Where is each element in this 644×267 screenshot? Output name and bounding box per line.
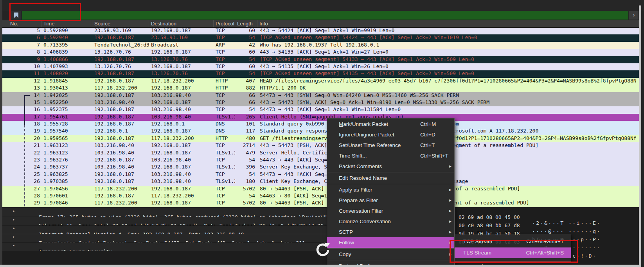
packet-row[interactable]: 16 1.952375 192.168.0.187 103.216.98.40 … <box>2 106 639 113</box>
packet-protocol: TCP <box>214 27 235 34</box>
packet-length: 479 <box>235 150 257 157</box>
context-menu-item[interactable]: Set/Unset Time Reference Ctrl+T ▸ <box>327 140 454 151</box>
packet-length: 265 <box>235 114 257 121</box>
packet-row[interactable]: 13 1.930413 117.18.232.200 192.168.0.187… <box>2 85 639 92</box>
hex-row[interactable]: 02 69 ad 08 00 45 00 ·2·&···T ··i···E· <box>454 208 639 217</box>
packet-source: 117.18.232.200 <box>92 85 149 92</box>
packet-list: 5 0.592890 23.58.93.169 192.168.0.187 TC… <box>2 27 639 207</box>
packet-length: 66 <box>235 92 257 99</box>
window-edge-right <box>639 5 641 267</box>
expand-arrow-icon[interactable]: ▸ <box>13 217 15 222</box>
column-header-destination[interactable]: Destination <box>149 20 214 27</box>
column-header-info[interactable]: Info <box>257 20 639 27</box>
context-menu-item[interactable]: Mark/Unmark Packet Ctrl+M ▸ <box>327 119 454 129</box>
filter-apply-button[interactable]: › <box>629 11 639 20</box>
packet-row[interactable]: 14 1.942025 192.168.0.187 103.216.98.40 … <box>2 92 639 99</box>
packet-source: 192.168.0.187 <box>92 157 149 164</box>
context-menu-item[interactable]: Copy ▸ <box>327 249 454 260</box>
packet-protocol: TCP <box>214 186 235 193</box>
packet-info: 443 → 54133 [ACK] Seq=1 Ack=1 Win=27 Len… <box>257 49 639 56</box>
packet-number: 25 <box>2 171 41 178</box>
packet-row[interactable]: 28 1.970601 192.168.0.187 117.18.232.200… <box>2 193 639 200</box>
submenu-arrow-icon: ▸ <box>449 206 452 216</box>
packet-length: 54 <box>235 193 257 200</box>
expand-arrow-icon[interactable]: ▸ <box>13 234 15 239</box>
context-menu-item[interactable]: Edit Resolved Name ▸ <box>327 173 454 183</box>
packet-info: 443 → 54135 [ACK] Seq=1 Ack=1 Win=26 Len… <box>257 63 639 70</box>
column-header-time[interactable]: Time <box>41 20 92 27</box>
context-menu-item[interactable]: Ignore/Unignore Packet Ctrl+D ▸ <box>327 129 454 140</box>
packet-source: 192.168.0.187 <box>92 106 149 113</box>
packet-row[interactable]: 20 1.959565 192.168.0.187 117.18.232.200… <box>2 135 639 142</box>
packet-protocol: TCP <box>214 49 235 56</box>
packet-row[interactable]: 22 1.963123 103.216.98.40 192.168.0.187 … <box>2 150 639 157</box>
packet-length: 54 <box>235 56 257 63</box>
packet-length: 407 <box>235 78 257 85</box>
chevron-right-icon: › <box>633 11 635 18</box>
packet-row[interactable]: 21 1.963123 103.216.98.40 192.168.0.187 … <box>2 142 639 149</box>
context-menu-item[interactable]: Time Shift... Ctrl+Shift+T ▸ <box>327 151 454 161</box>
expand-arrow-icon[interactable]: ▸ <box>13 243 15 248</box>
packet-length: 66 <box>235 99 257 106</box>
column-header-source[interactable]: Source <box>92 20 149 27</box>
packet-row[interactable]: 17 1.954761 192.168.0.187 103.216.98.40 … <box>2 114 639 121</box>
context-menu-item[interactable]: Colorize Conversation ▸ <box>327 216 454 227</box>
packet-time: 0.713395 <box>41 42 92 49</box>
packet-destination: 192.168.0.187 <box>149 142 214 149</box>
packet-number: 11 <box>2 70 41 77</box>
menu-item-label: Packet Comments <box>339 161 382 172</box>
packet-protocol: HTTP <box>214 135 235 142</box>
display-filter-input[interactable]: ip.addr == 103.216.98.40 <box>22 11 628 20</box>
packet-row[interactable]: 11 1.408020 192.168.0.187 13.126.70.76 T… <box>2 70 639 77</box>
packet-row[interactable]: 18 1.955728 192.168.0.187 192.168.0.1 DN… <box>2 121 639 128</box>
hex-row[interactable]: 00 c0 a8 00 bb 67 d8 ····@··· ······g· <box>454 217 639 225</box>
packet-row[interactable]: 29 1.970846 117.18.232.200 192.168.0.187… <box>2 200 639 207</box>
packet-row[interactable]: 19 1.957540 192.168.0.1 192.168.0.187 DN… <box>2 128 639 135</box>
expand-arrow-icon[interactable]: ▸ <box>13 226 15 231</box>
packet-time: 1.970601 <box>41 193 92 200</box>
context-menu-item[interactable]: Prepare as Filter ▸ <box>327 195 454 206</box>
packet-row[interactable]: 8 1.406839 13.126.70.76 192.168.0.187 TC… <box>2 49 639 56</box>
packet-row[interactable]: 27 1.970456 117.18.232.200 192.168.0.187… <box>2 186 639 193</box>
context-menu-item[interactable]: Conversation Filter ▸ <box>327 206 454 216</box>
packet-number: 23 <box>2 157 41 164</box>
packet-source: 103.216.98.40 <box>92 142 149 149</box>
packet-time: 1.406866 <box>41 56 92 63</box>
packet-length: 54 <box>235 34 257 41</box>
column-header-no[interactable]: No. <box>2 20 41 27</box>
packet-source: 103.216.98.40 <box>92 164 149 171</box>
packet-source: 192.168.0.187 <box>92 92 149 99</box>
packet-row[interactable]: 24 1.963737 103.216.98.40 192.168.0.187 … <box>2 164 639 171</box>
packet-row[interactable]: 6 0.592940 192.168.0.187 23.58.93.169 TC… <box>2 34 639 41</box>
packet-row[interactable]: 25 1.963825 192.168.0.187 103.216.98.40 … <box>2 171 639 178</box>
packet-row[interactable]: 12 1.918845 192.168.0.187 117.18.232.200… <box>2 78 639 85</box>
packet-info: HTTP/1.1 200 OK <box>257 85 639 92</box>
packet-source: 192.168.0.187 <box>92 171 149 178</box>
packet-protocol: TLSv1.2 <box>214 178 235 185</box>
hex-row[interactable]: 9d 19 70 bc a1 50 18 b(·····M ···p··P· <box>454 225 639 233</box>
packet-time: 1.970846 <box>41 200 92 207</box>
packet-destination: 103.216.98.40 <box>149 157 214 164</box>
packet-row[interactable]: 7 0.713395 TendaTechnol_26:d3:… Broadcas… <box>2 42 639 49</box>
expand-arrow-icon[interactable]: ▸ <box>13 208 15 213</box>
packet-row[interactable]: 15 1.952250 103.216.98.40 192.168.0.187 … <box>2 99 639 106</box>
window-edge-bottom <box>0 265 641 267</box>
packet-protocol: ARP <box>214 42 235 49</box>
packet-length: 60 <box>235 63 257 70</box>
packet-protocol: TCP <box>214 106 235 113</box>
packet-destination: 117.18.232.200 <box>149 193 214 200</box>
context-menu-item[interactable]: Packet Comments ▸ <box>327 161 454 172</box>
packet-row[interactable]: 9 1.406866 192.168.0.187 13.126.70.76 TC… <box>2 56 639 63</box>
packet-row[interactable]: 26 1.970385 192.168.0.187 103.216.98.40 … <box>2 178 639 185</box>
menu-item-label: Follow <box>339 237 354 248</box>
packet-source: 192.168.0.187 <box>92 56 149 63</box>
packet-row[interactable]: 10 1.407993 13.126.70.76 192.168.0.187 T… <box>2 63 639 70</box>
context-menu-item[interactable]: Follow ▸ <box>327 237 454 248</box>
packet-row[interactable]: 5 0.592890 23.58.93.169 192.168.0.187 TC… <box>2 27 639 34</box>
column-header-length[interactable]: Length <box>235 20 257 27</box>
column-header-protocol[interactable]: Protocol <box>214 20 235 27</box>
context-menu-item[interactable]: SCTP ▸ <box>327 227 454 237</box>
packet-source: 117.18.232.200 <box>92 200 149 207</box>
context-menu-item[interactable]: Apply as Filter ▸ <box>327 185 454 195</box>
packet-row[interactable]: 23 1.963276 192.168.0.187 103.216.98.40 … <box>2 157 639 164</box>
